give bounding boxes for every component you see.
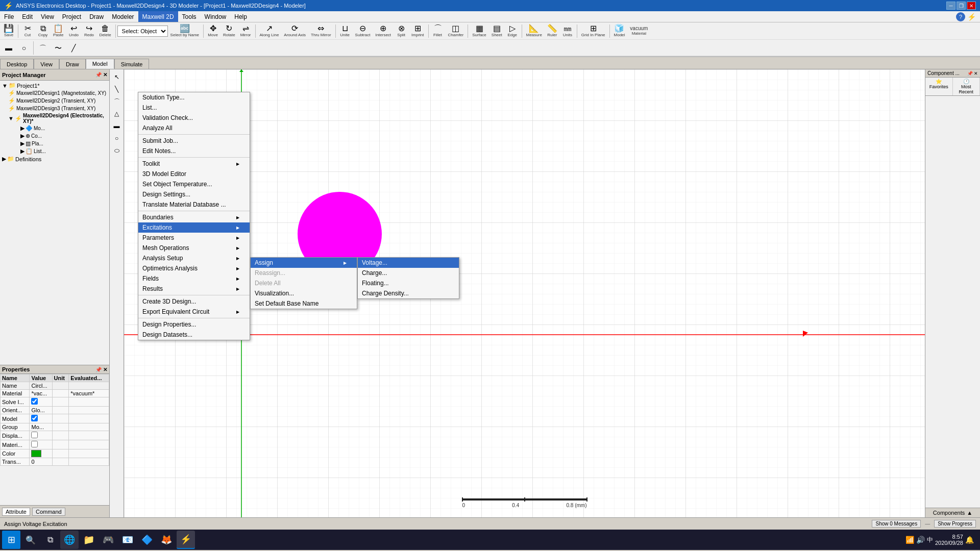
arc-button[interactable]: ⌒ [35,40,51,56]
material-dropdown-button[interactable]: vacuum Material [627,23,650,39]
rotate-button[interactable]: ↻ Rotate [220,23,238,39]
menu-toolkit[interactable]: Toolkit ▶ [138,159,250,169]
intersect-button[interactable]: ⊕ Intersect [373,23,394,39]
menu-results[interactable]: Results ▶ [138,284,250,294]
save-button[interactable]: 💾 Save [1,23,16,39]
thru-mirror-button[interactable]: ⇔ Thru Mirror [308,23,334,39]
menu-design-settings[interactable]: Design Settings... [138,189,250,199]
rect-button[interactable]: ▬ [1,40,16,56]
menu-fields[interactable]: Fields ▶ [138,273,250,284]
menu-modeler[interactable]: Modeler [108,11,138,22]
draw-rect-btn[interactable]: ▬ [111,120,122,132]
menu-export-circuit[interactable]: Export Equivalent Circuit ▶ [138,307,250,317]
search-button[interactable]: 🔍 [21,531,40,549]
grid-in-plane-button[interactable]: ⊞ Grid In Plane [579,23,608,39]
mail-button[interactable]: 📧 [118,531,137,549]
close-button[interactable]: ✕ [967,2,976,10]
cut-button[interactable]: ✂ Cut [20,23,35,39]
tree-definitions[interactable]: ▶ 📁 Definitions [1,155,108,163]
unite-button[interactable]: ⊔ Unite [337,23,353,39]
assign-charge[interactable]: Charge... [358,268,459,278]
menu-optimetrics[interactable]: Optimetrics Analysis ▶ [138,263,250,273]
tree-design1[interactable]: ⚡ Maxwell2DDesign1 (Magnetostatic, XY) [7,89,108,97]
menu-parameters[interactable]: Parameters ▶ [138,233,250,243]
select-object-dropdown[interactable]: Select: Object Select: Face Select: Edge [117,26,168,37]
delete-button[interactable]: 🗑 Delete [96,23,113,39]
undo-button[interactable]: ↩ Undo [66,23,81,39]
tree-coord[interactable]: ▶ ⊕ Co... [19,132,108,140]
proj-pin-icon[interactable]: 📌 [95,72,102,78]
menu-help[interactable]: Help [230,11,251,22]
taskview-button[interactable]: ⧉ [41,531,59,549]
attr-tab-attribute[interactable]: Attribute [2,508,30,516]
model-button[interactable]: 🧊 Model [611,23,628,39]
show-progress-btn[interactable]: Show Progress [934,520,976,528]
draw-circle-btn[interactable]: ○ [111,133,122,144]
tab-view[interactable]: View [34,59,59,69]
favorites-tab[interactable]: ⭐ Favorites [925,78,953,95]
menu-submit-job[interactable]: Submit Job... [138,136,250,146]
clock[interactable]: 8:57 2020/09/28 [935,534,963,546]
menu-edit-notes[interactable]: Edit Notes... [138,146,250,156]
chamfer-button[interactable]: ◫ Chamfer [446,23,467,39]
menu-translate-material[interactable]: Translate Material Database ... [138,199,250,210]
menu-list[interactable]: List... [138,103,250,113]
submenu-set-default-base-name[interactable]: Set Default Base Name [251,298,357,309]
attr-tab-command[interactable]: Command [32,508,65,516]
tab-simulate[interactable]: Simulate [114,59,150,69]
menu-3d-model-editor[interactable]: 3D Model Editor [138,169,250,179]
circle-button[interactable]: ○ [16,40,32,56]
copy-button[interactable]: ⧉ Copy [35,23,51,39]
ansys-taskbar-button[interactable]: ⚡ [177,531,195,549]
props-close-icon[interactable]: ✕ [103,367,107,372]
menu-analysis-setup[interactable]: Analysis Setup ▶ [138,253,250,263]
tab-draw[interactable]: Draw [59,59,86,69]
tab-model[interactable]: Model [86,59,114,69]
submenu-assign[interactable]: Assign ▶ [251,258,357,268]
menu-view[interactable]: View [37,11,58,22]
select-by-name-button[interactable]: 🔤 Select by Name [168,23,202,39]
menu-tools[interactable]: Tools [178,11,201,22]
tree-model[interactable]: ▶ 🔷 Mo... [19,124,108,132]
move-button[interactable]: ✥ Move [205,23,220,39]
menu-design-datasets[interactable]: Design Datasets... [138,330,250,340]
restore-button[interactable]: ❐ [957,2,966,10]
menu-project[interactable]: Project [58,11,85,22]
components-bottom-tab[interactable]: Components ▲ [925,508,980,517]
surface-button[interactable]: ▦ Surface [470,23,489,39]
subtract-button[interactable]: ⊖ Subtract [353,23,373,39]
menu-maxwell2d[interactable]: Maxwell 2D [138,11,178,22]
sheet-button[interactable]: ▤ Sheet [489,23,505,39]
tree-list[interactable]: ▶ 📋 List... [19,147,108,155]
app3-button[interactable]: 🎮 [99,531,117,549]
tree-project[interactable]: ▼ 📁 Project1* [1,82,108,89]
menu-mesh-operations[interactable]: Mesh Operations ▶ [138,243,250,253]
start-button[interactable]: ⊞ [2,531,20,549]
tree-design3[interactable]: ⚡ Maxwell2DDesign3 (Transient, XY) [7,105,108,112]
notification-icon[interactable]: 🔔 [965,536,974,544]
proj-close-icon[interactable]: ✕ [103,72,107,78]
menu-validation-check[interactable]: Validation Check... [138,113,250,123]
spline-button[interactable]: 〜 [51,40,66,56]
fillet-button[interactable]: ⌒ Fillet [430,23,446,39]
props-pin-icon[interactable]: 📌 [95,367,102,372]
menu-solution-type[interactable]: Solution Type... [138,92,250,103]
draw-line-btn[interactable]: ╲ [111,84,122,95]
menu-excitations[interactable]: Excitations ▶ [138,222,250,233]
menu-window[interactable]: Window [201,11,231,22]
polyline-button[interactable]: ╱ [66,40,81,56]
tree-planes[interactable]: ▶ ▥ Pla... [19,140,108,147]
draw-arc-btn[interactable]: ⌒ [111,96,122,107]
measure-button[interactable]: 📐 Measure [524,23,545,39]
titlebar-controls[interactable]: ─ ❐ ✕ [946,2,976,10]
tree-design4[interactable]: ▼ ⚡ Maxwell2DDesign4 (Electrostatic, XY)… [7,112,108,124]
draw-ellipse-btn[interactable]: ⬭ [111,145,122,156]
tree-design2[interactable]: ⚡ Maxwell2DDesign2 (Transient, XY) [7,97,108,105]
show-messages-btn[interactable]: Show 0 Messages [872,520,921,528]
firefox-button[interactable]: 🦊 [157,531,176,549]
around-axis-button[interactable]: ⟳ Around Axis [281,23,308,39]
menu-edit[interactable]: Edit [18,11,37,22]
menu-set-object-temp[interactable]: Set Object Temperature... [138,179,250,189]
paste-button[interactable]: 📋 Paste [51,23,66,39]
app5-button[interactable]: 🔷 [138,531,156,549]
